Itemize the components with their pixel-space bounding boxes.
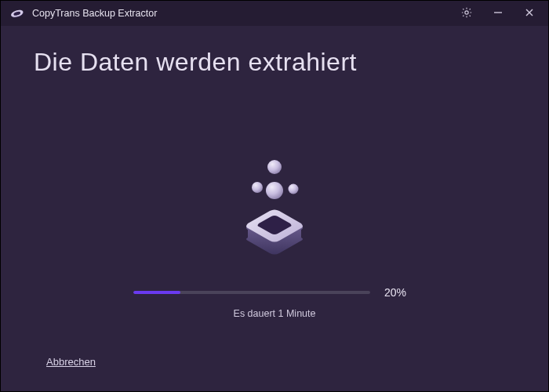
svg-point-8 — [252, 182, 263, 193]
app-window: CopyTrans Backup Extractor Die Da — [0, 0, 549, 392]
titlebar: CopyTrans Backup Extractor — [1, 1, 548, 26]
settings-button[interactable] — [451, 1, 482, 26]
svg-point-10 — [289, 184, 299, 194]
extraction-animation-icon — [220, 151, 329, 261]
close-button[interactable] — [514, 1, 545, 26]
progress-track — [133, 291, 370, 294]
svg-point-9 — [266, 182, 283, 199]
progress-bar: 20% — [133, 286, 416, 299]
progress-percent-label: 20% — [384, 286, 416, 299]
content-area: Die Daten werden extrahiert — [1, 26, 548, 391]
cancel-button[interactable]: Abbrechen — [46, 356, 96, 368]
minimize-button[interactable] — [482, 1, 514, 26]
page-heading: Die Daten werden extrahiert — [34, 48, 357, 77]
svg-point-7 — [267, 160, 282, 174]
eta-text: Es dauert 1 Minute — [234, 308, 316, 319]
close-icon — [525, 8, 534, 20]
gear-icon — [460, 6, 473, 21]
app-title: CopyTrans Backup Extractor — [32, 8, 157, 19]
progress-fill — [133, 291, 180, 294]
minimize-icon — [493, 8, 503, 20]
svg-point-3 — [465, 10, 468, 13]
app-logo-icon — [9, 5, 26, 22]
